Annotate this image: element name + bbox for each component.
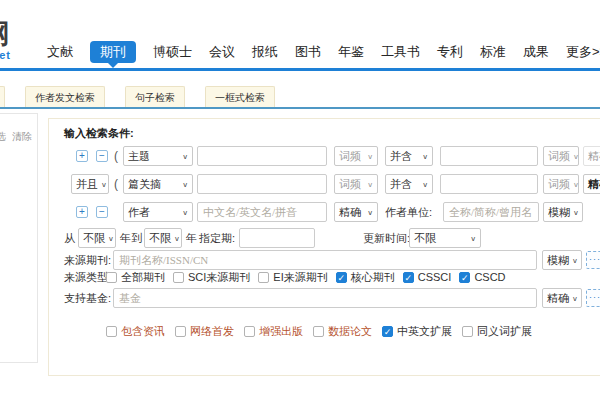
nav-item-patent[interactable]: 专利 xyxy=(437,41,463,63)
condition-row-subject: + − ( 主题∨ 词频∨ 并含∨ 词频∨ 精确 xyxy=(49,146,600,166)
match-mode-value: 精确 xyxy=(339,205,361,220)
checkbox-label: 核心期刊 xyxy=(351,270,395,285)
journal-picker-button[interactable]: ··· xyxy=(586,251,600,269)
checkbox-icon[interactable] xyxy=(175,326,186,337)
checkbox-icon[interactable] xyxy=(336,272,347,283)
field-select-subject[interactable]: 主题∨ xyxy=(123,146,193,166)
word-frequency-select-2[interactable]: 词频∨ xyxy=(543,174,579,194)
subject-term-input-2[interactable] xyxy=(440,146,538,166)
chevron-down-icon: ∨ xyxy=(182,180,188,188)
checkbox-label: EI来源期刊 xyxy=(273,270,327,285)
tka-term-input-2[interactable] xyxy=(440,174,538,194)
chevron-down-icon: ∨ xyxy=(182,152,188,160)
source-journal-label: 来源期刊: xyxy=(64,250,111,270)
nav-item-standard[interactable]: 标准 xyxy=(480,41,506,63)
author-match-select[interactable]: 精确∨ xyxy=(334,202,378,222)
checkbox-icon[interactable] xyxy=(258,272,269,283)
nav-item-reference[interactable]: 工具书 xyxy=(381,41,420,63)
chevron-down-icon: ∨ xyxy=(573,208,579,216)
checkbox-icon[interactable] xyxy=(462,326,473,337)
checkbox-synonym-extension[interactable]: 同义词扩展 xyxy=(462,324,532,339)
author-unit-input[interactable] xyxy=(443,202,539,222)
checkbox-data-paper[interactable]: 数据论文 xyxy=(313,324,372,339)
nav-item-conference[interactable]: 会议 xyxy=(209,41,235,63)
match-mode-value: 精确 xyxy=(547,291,569,306)
from-year-value: 不限 xyxy=(83,231,105,246)
field-select-tka[interactable]: 篇关摘∨ xyxy=(123,174,193,194)
fund-picker-button[interactable]: ··· xyxy=(586,289,600,307)
checkbox-cn-en-extension[interactable]: 中英文扩展 xyxy=(382,324,452,339)
tka-term-input[interactable] xyxy=(197,174,327,194)
checkbox-online-first[interactable]: 网络首发 xyxy=(175,324,234,339)
checkbox-sci[interactable]: SCI来源期刊 xyxy=(173,270,250,285)
checkbox-cscd[interactable]: CSCD xyxy=(459,271,505,283)
nav-item-theses[interactable]: 博硕士 xyxy=(153,41,192,63)
word-frequency-select[interactable]: 词频∨ xyxy=(334,146,378,166)
journal-match-select[interactable]: 模糊∨ xyxy=(542,250,582,270)
remove-row-button[interactable]: − xyxy=(96,206,108,218)
checkbox-all-journals[interactable]: 全部期刊 xyxy=(106,270,165,285)
nav-item-literature[interactable]: 文献 xyxy=(47,41,73,63)
fund-match-select[interactable]: 精确∨ xyxy=(542,288,582,308)
checkbox-label: 数据论文 xyxy=(328,324,372,339)
cnki-logo[interactable]: 知网 net xyxy=(0,20,11,61)
top-nav: 文献 期刊 博硕士 会议 报纸 图书 年鉴 工具书 专利 标准 成果 更多>> xyxy=(47,41,600,63)
match-mode-value: 模糊 xyxy=(548,205,570,220)
checkbox-icon[interactable] xyxy=(244,326,255,337)
operator-select[interactable]: 并含∨ xyxy=(385,146,433,166)
clear-link[interactable]: 清除 xyxy=(12,131,32,142)
add-row-button[interactable]: + xyxy=(76,206,88,218)
checkbox-icon[interactable] xyxy=(173,272,184,283)
nav-item-achievement[interactable]: 成果 xyxy=(523,41,549,63)
checkbox-label: 中英文扩展 xyxy=(397,324,452,339)
checkbox-ei[interactable]: EI来源期刊 xyxy=(258,270,327,285)
word-frequency-select[interactable]: 词频∨ xyxy=(334,174,378,194)
update-time-select[interactable]: 不限∨ xyxy=(409,228,481,248)
extension-options: 包含资讯 网络首发 增强出版 数据论文 中英文扩展 同义词扩展 xyxy=(106,323,532,339)
match-mode-select[interactable]: 精确 xyxy=(583,146,600,166)
select-all-link[interactable]: 全选 xyxy=(0,131,6,142)
checkbox-icon[interactable] xyxy=(106,272,117,283)
to-year-select[interactable]: 不限∨ xyxy=(144,228,182,248)
checkbox-icon[interactable] xyxy=(313,326,324,337)
nav-item-journal-active[interactable]: 期刊 xyxy=(90,41,136,63)
subject-term-input[interactable] xyxy=(197,146,327,166)
checkbox-icon[interactable] xyxy=(459,272,470,283)
word-frequency-select-2[interactable]: 词频∨ xyxy=(543,146,579,166)
operator-select[interactable]: 并含∨ xyxy=(385,174,433,194)
unit-match-select[interactable]: 模糊∨ xyxy=(543,202,583,222)
chevron-down-icon: ∨ xyxy=(572,256,578,264)
from-year-select[interactable]: 不限∨ xyxy=(78,228,116,248)
tab-professional-search[interactable]: 专业检索 xyxy=(0,86,5,108)
match-mode-select[interactable]: 精确 xyxy=(583,174,600,194)
author-name-input[interactable] xyxy=(197,202,327,222)
checkbox-enhanced-publication[interactable]: 增强出版 xyxy=(244,324,303,339)
operator-value: 并含 xyxy=(390,149,412,164)
issue-input[interactable] xyxy=(239,228,315,248)
nav-item-yearbook[interactable]: 年鉴 xyxy=(338,41,364,63)
checkbox-cssci[interactable]: CSSCI xyxy=(403,271,452,283)
tab-sentence-search[interactable]: 句子检索 xyxy=(125,86,185,108)
checkbox-icon[interactable] xyxy=(403,272,414,283)
tab-one-box-search[interactable]: 一框式检索 xyxy=(205,86,275,108)
checkbox-core-journal[interactable]: 核心期刊 xyxy=(336,270,395,285)
match-mode-value: 精确 xyxy=(588,177,600,192)
checkbox-include-news[interactable]: 包含资讯 xyxy=(106,324,165,339)
nav-item-newspaper[interactable]: 报纸 xyxy=(252,41,278,63)
extension-options-row: 包含资讯 网络首发 增强出版 数据论文 中英文扩展 同义词扩展 xyxy=(49,323,600,339)
fund-input[interactable] xyxy=(113,288,537,308)
year-label: 年 xyxy=(186,228,197,248)
logic-select[interactable]: 并且∨ xyxy=(71,174,109,194)
field-select-value: 主题 xyxy=(128,149,150,164)
tab-author-search[interactable]: 作者发文检索 xyxy=(25,86,105,108)
remove-row-button[interactable]: − xyxy=(96,150,108,162)
checkbox-icon[interactable] xyxy=(382,326,393,337)
checkbox-icon[interactable] xyxy=(106,326,117,337)
add-row-button[interactable]: + xyxy=(76,150,88,162)
nav-item-books[interactable]: 图书 xyxy=(295,41,321,63)
header-blue-bar xyxy=(0,68,600,71)
nav-item-more[interactable]: 更多>> xyxy=(566,41,600,63)
chevron-down-icon: ∨ xyxy=(470,234,476,242)
field-select-author[interactable]: 作者∨ xyxy=(123,202,193,222)
source-journal-input[interactable] xyxy=(113,250,537,270)
